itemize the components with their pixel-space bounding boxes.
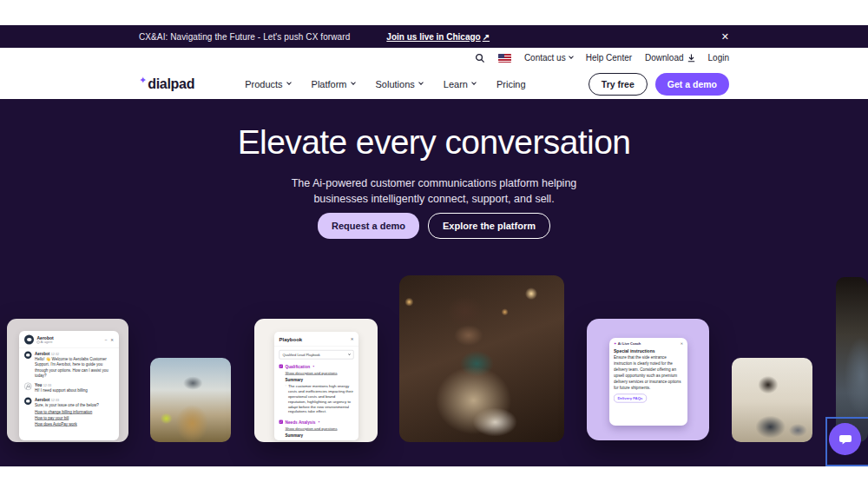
autopay-link[interactable]: How does AutoPay work bbox=[35, 422, 99, 426]
playbook-dropdown[interactable]: Qualified Lead Playbook bbox=[279, 350, 354, 360]
announcement-close-button[interactable]: ✕ bbox=[721, 32, 729, 42]
request-demo-button[interactable]: Request a demo bbox=[318, 213, 419, 239]
playbook-header: Playbook ✕ bbox=[274, 332, 358, 347]
coach-title: Ai Live Coach bbox=[618, 341, 641, 346]
chat-message: You12:33 Hi! I need support about billin… bbox=[24, 382, 114, 393]
chat-panel: Aerobot Ai agent – ✕ bbox=[19, 331, 119, 440]
aerobot-avatar bbox=[24, 352, 32, 360]
chevron-down-icon bbox=[348, 353, 351, 355]
ai-live-coach-card: ✦ Ai Live Coach ✕ Special instructions E… bbox=[587, 319, 709, 440]
checkbox-checked-icon[interactable]: ✓ bbox=[279, 420, 284, 425]
hero-title: Elevate every conversation bbox=[0, 123, 868, 162]
arrow-up-right-icon: ↗ bbox=[483, 32, 490, 42]
chevron-down-icon bbox=[418, 80, 424, 85]
bullet-icon: ◦ bbox=[286, 384, 286, 415]
dialpad-logo[interactable]: ✦ dialpad bbox=[139, 76, 194, 92]
explore-platform-button[interactable]: Explore the platform bbox=[428, 213, 550, 239]
bullet-icon: ◦ bbox=[286, 439, 286, 440]
delivery-faqs-button[interactable]: Delivery FAQs bbox=[614, 393, 647, 402]
ai-agent-badge: Ai agent bbox=[37, 340, 54, 345]
coach-panel: ✦ Ai Live Coach ✕ Special instructions E… bbox=[609, 338, 687, 426]
coach-body: Ensure that the side entrance instructio… bbox=[609, 354, 687, 391]
playbook-section-needs-analysis: ✓ Needs Analysis ✦ Show description and … bbox=[279, 420, 354, 440]
sparkle-icon: ✦ bbox=[318, 420, 320, 424]
help-center-link[interactable]: Help Center bbox=[586, 53, 632, 63]
sparkle-icon: ✦ bbox=[312, 365, 315, 368]
search-icon[interactable] bbox=[475, 53, 485, 63]
chat-message: Aerobot12:32 Hello! 👋 Welcome to Aerolab… bbox=[24, 352, 114, 379]
locale-flag-us[interactable] bbox=[498, 54, 511, 63]
playbook-section-qualification: ✓ Qualification ✦ Show description and q… bbox=[279, 364, 354, 414]
nav-item-platform[interactable]: Platform bbox=[312, 79, 355, 89]
nav-item-products[interactable]: Products bbox=[245, 79, 290, 89]
chat-messages: Aerobot12:32 Hello! 👋 Welcome to Aerolab… bbox=[19, 348, 119, 434]
playbook-panel: Playbook ✕ Qualified Lead Playbook ✓ Qua… bbox=[274, 332, 358, 440]
download-link[interactable]: Download bbox=[645, 53, 694, 63]
chevron-down-icon bbox=[569, 54, 574, 59]
playbook-close-button[interactable]: ✕ bbox=[351, 337, 354, 341]
announcement-link[interactable]: Join us live in Chicago ↗ bbox=[386, 32, 490, 42]
hero-subtitle: The Ai-powered customer communications p… bbox=[282, 175, 586, 207]
coach-close-button[interactable]: ✕ bbox=[681, 341, 683, 346]
nav-menu: Products Platform Solutions Learn Pricin… bbox=[245, 79, 525, 89]
us-flag-icon bbox=[498, 54, 511, 63]
coach-header: ✦ Ai Live Coach ✕ bbox=[609, 338, 687, 347]
chevron-down-icon bbox=[351, 80, 356, 85]
chat-minimize-button[interactable]: – bbox=[105, 338, 108, 342]
show-description-link[interactable]: Show description and questions bbox=[286, 371, 354, 375]
sparkle-icon: ✦ bbox=[139, 75, 147, 86]
login-link[interactable]: Login bbox=[708, 53, 729, 63]
playbook-title: Playbook bbox=[279, 336, 303, 342]
chat-close-button[interactable]: ✕ bbox=[110, 338, 114, 342]
chevron-down-icon bbox=[286, 80, 292, 85]
pay-bill-link[interactable]: How to pay your bill bbox=[35, 416, 99, 420]
show-description-link[interactable]: Show description and questions bbox=[286, 426, 354, 431]
chat-launcher-button[interactable] bbox=[829, 423, 861, 455]
nav-cta-group: Try free Get a demo bbox=[589, 73, 729, 96]
photo-man-on-phone bbox=[150, 358, 231, 442]
download-icon bbox=[687, 54, 695, 63]
photo-woman-with-tablet bbox=[399, 275, 564, 442]
aerobot-avatar bbox=[24, 335, 34, 345]
try-free-button[interactable]: Try free bbox=[589, 73, 648, 96]
chat-header: Aerobot Ai agent – ✕ bbox=[19, 331, 119, 348]
hero-section: Elevate every conversation The Ai-powere… bbox=[0, 99, 868, 466]
ai-agent-icon bbox=[37, 340, 40, 343]
sparkle-icon: ✦ bbox=[614, 341, 616, 346]
chat-bubble-icon bbox=[838, 433, 852, 446]
chat-message: Aerobot12:33 Sure, is your issue one of … bbox=[24, 398, 114, 426]
chevron-down-icon bbox=[471, 80, 477, 85]
main-nav: ✦ dialpad Products Platform Solutions Le… bbox=[139, 69, 729, 99]
contact-us-menu[interactable]: Contact us bbox=[524, 53, 573, 63]
checkbox-checked-icon[interactable]: ✓ bbox=[279, 365, 284, 369]
utility-nav: Contact us Help Center Download Login bbox=[139, 48, 729, 68]
hero-cta-group: Request a demo Explore the platform bbox=[0, 213, 868, 239]
photo-woman-at-laptop bbox=[732, 358, 812, 442]
aerobot-avatar bbox=[24, 398, 32, 406]
aerobot-chat-card: Aerobot Ai agent – ✕ bbox=[7, 319, 128, 442]
user-avatar-icon bbox=[24, 382, 32, 390]
coach-heading: Special instructions bbox=[609, 347, 687, 354]
nav-item-solutions[interactable]: Solutions bbox=[376, 79, 423, 89]
announcement-text: CX&AI: Navigating the Future - Let's pus… bbox=[139, 32, 350, 42]
nav-item-pricing[interactable]: Pricing bbox=[496, 79, 526, 89]
playbook-card: Playbook ✕ Qualified Lead Playbook ✓ Qua… bbox=[254, 319, 378, 442]
dialpad-homepage: CX&AI: Navigating the Future - Let's pus… bbox=[0, 0, 868, 489]
get-demo-button[interactable]: Get a demo bbox=[655, 73, 729, 96]
announcement-bar: CX&AI: Navigating the Future - Let's pus… bbox=[0, 25, 868, 48]
nav-item-learn[interactable]: Learn bbox=[444, 79, 476, 89]
billing-info-link[interactable]: How to change billing information bbox=[35, 410, 99, 414]
